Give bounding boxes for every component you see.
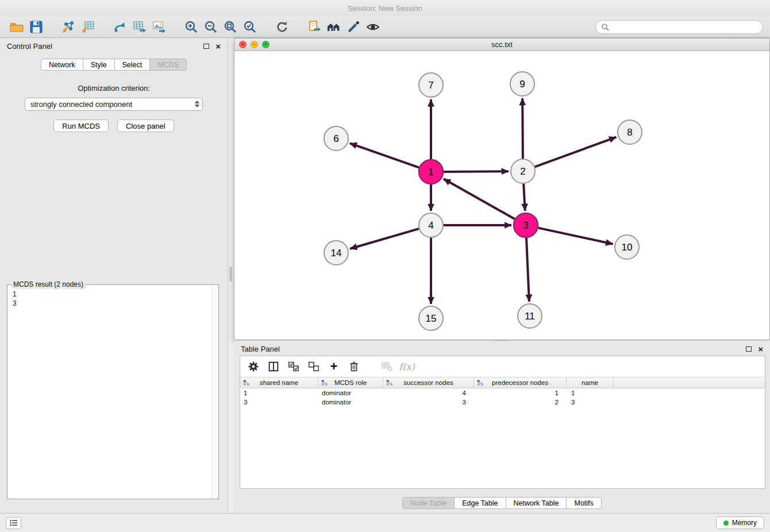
mcds-result-item: 3: [13, 299, 213, 308]
graph-edge-2-9[interactable]: [522, 98, 523, 159]
table-row[interactable]: 1 dominator 4 1 1: [240, 388, 765, 398]
select-all-button[interactable]: [285, 358, 302, 375]
memory-button[interactable]: Memory: [716, 516, 764, 529]
graphics-details-button[interactable]: [363, 18, 383, 36]
cell-shared-name[interactable]: 3: [240, 398, 318, 407]
graph-edge-1-2[interactable]: [444, 171, 509, 172]
graph-edge-3-10[interactable]: [538, 228, 613, 244]
save-session-button[interactable]: [26, 18, 46, 36]
close-panel-icon[interactable]: ×: [215, 42, 221, 51]
column-header-filler: [614, 377, 765, 388]
export-table-button[interactable]: [130, 18, 149, 36]
vertical-splitter[interactable]: [228, 38, 234, 513]
tab-network[interactable]: Network: [41, 59, 83, 71]
tab-node-table[interactable]: Node Table: [402, 497, 455, 509]
add-column-button[interactable]: +: [325, 358, 342, 375]
window-minimize-button[interactable]: −: [251, 41, 258, 48]
export-image-icon: [152, 20, 167, 34]
column-label: MCDS role: [334, 379, 367, 386]
graph-edge-3-11[interactable]: [526, 238, 529, 302]
open-session-button[interactable]: [7, 18, 26, 36]
network-view-window: × − + scc.txt 7968124314101511: [234, 38, 770, 340]
column-header-name[interactable]: name: [567, 377, 614, 388]
list-icon: [10, 519, 18, 526]
criterion-dropdown[interactable]: strongly connected component: [25, 98, 203, 111]
vertical-splitter-grip[interactable]: [229, 267, 232, 282]
table-row[interactable]: 3 dominator 3 2 3: [240, 398, 765, 407]
zoom-out-icon: [203, 20, 218, 34]
graph-edge-2-3[interactable]: [523, 184, 525, 211]
cell-shared-name[interactable]: 1: [240, 388, 318, 398]
close-table-panel-icon[interactable]: ×: [758, 345, 763, 353]
zoom-fit-button[interactable]: [221, 18, 240, 36]
tab-mcds[interactable]: MCDS: [150, 59, 187, 71]
criterion-dropdown-value: strongly connected component: [30, 100, 132, 109]
cell-name[interactable]: 1: [567, 388, 614, 398]
app-titlebar[interactable]: Session: New Session: [0, 0, 770, 16]
import-network-button[interactable]: [59, 18, 78, 36]
search-input[interactable]: [613, 23, 757, 31]
refresh-icon: [275, 20, 290, 34]
column-label: predecessor nodes: [492, 379, 548, 386]
graph-node-label-8: 8: [627, 127, 632, 138]
network-window-titlebar[interactable]: × − + scc.txt: [234, 38, 769, 51]
cell-predecessor-nodes[interactable]: 2: [474, 398, 567, 407]
graph-node-label-9: 9: [519, 79, 525, 90]
cell-mcds-role[interactable]: dominator: [318, 398, 383, 407]
tab-select[interactable]: Select: [115, 59, 151, 71]
fx-icon: f(x): [399, 361, 414, 372]
task-history-button[interactable]: [6, 517, 21, 529]
cell-predecessor-nodes[interactable]: 1: [474, 388, 567, 398]
float-table-panel-icon[interactable]: [746, 346, 752, 352]
tab-network-table[interactable]: Network Table: [506, 497, 567, 509]
column-header-predecessor-nodes[interactable]: predecessor nodes: [474, 377, 567, 388]
result-scrollbar[interactable]: [211, 285, 218, 499]
network-graph[interactable]: 7968124314101511: [234, 51, 769, 340]
cell-mcds-role[interactable]: dominator: [318, 388, 383, 398]
window-zoom-button[interactable]: +: [262, 41, 270, 48]
columns-icon: [267, 360, 280, 373]
float-panel-icon[interactable]: [203, 44, 209, 49]
deselect-all-button[interactable]: [305, 358, 322, 375]
zoom-selected-button[interactable]: [240, 18, 260, 36]
column-header-mcds-role[interactable]: MCDS role: [318, 377, 383, 388]
zoom-in-icon: [184, 20, 199, 34]
zoom-in-button[interactable]: [182, 18, 201, 36]
export-image-button[interactable]: [149, 18, 169, 36]
function-builder-button[interactable]: f(x): [398, 358, 415, 375]
graph-node-label-7: 7: [428, 80, 433, 91]
graph-edge-2-8[interactable]: [535, 137, 617, 167]
cell-successor-nodes[interactable]: 4: [383, 388, 474, 398]
save-icon: [29, 20, 44, 34]
network-canvas[interactable]: 7968124314101511: [234, 51, 769, 340]
column-header-successor-nodes[interactable]: successor nodes: [383, 377, 474, 388]
delete-table-button[interactable]: [378, 358, 395, 375]
column-header-shared-name[interactable]: shared name: [240, 377, 318, 388]
graph-node-label-15: 15: [426, 313, 437, 324]
graph-edge-3-1[interactable]: [444, 179, 515, 219]
tab-edge-table[interactable]: Edge Table: [455, 497, 506, 509]
clone-network-button[interactable]: [305, 18, 324, 36]
column-chooser-button[interactable]: [265, 358, 282, 375]
graph-edge-4-14[interactable]: [350, 229, 419, 249]
close-panel-button[interactable]: Close panel: [117, 119, 174, 132]
reset-panels-button[interactable]: [324, 18, 344, 36]
table-settings-button[interactable]: [245, 358, 262, 375]
export-network-button[interactable]: [110, 18, 130, 36]
delete-columns-button[interactable]: [345, 358, 363, 375]
window-close-button[interactable]: ×: [239, 41, 247, 48]
attribute-icon: [243, 380, 250, 386]
tab-motifs[interactable]: Motifs: [567, 497, 601, 509]
tab-style[interactable]: Style: [83, 59, 115, 71]
graph-edge-1-6[interactable]: [350, 143, 419, 167]
import-table-button[interactable]: [78, 18, 98, 36]
apply-style-button[interactable]: [344, 18, 363, 36]
refresh-layout-button[interactable]: [272, 18, 292, 36]
control-panel-tabs: Network Style Select MCDS: [0, 59, 228, 71]
zoom-out-button[interactable]: [201, 18, 221, 36]
mcds-result-item: 1: [13, 290, 213, 299]
run-mcds-button[interactable]: Run MCDS: [53, 119, 109, 132]
cell-successor-nodes[interactable]: 3: [383, 398, 474, 407]
cell-name[interactable]: 3: [567, 398, 614, 407]
deselect-all-icon: [307, 360, 321, 373]
